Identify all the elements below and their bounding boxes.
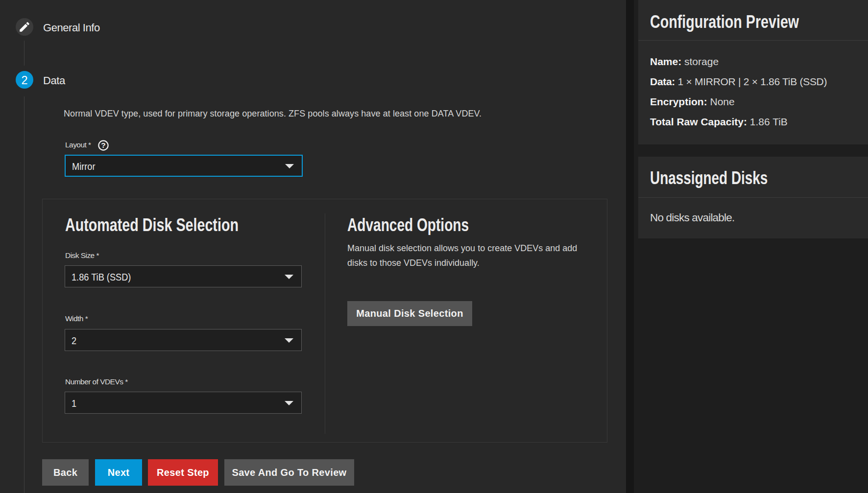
svg-text:?: ? (101, 141, 105, 149)
